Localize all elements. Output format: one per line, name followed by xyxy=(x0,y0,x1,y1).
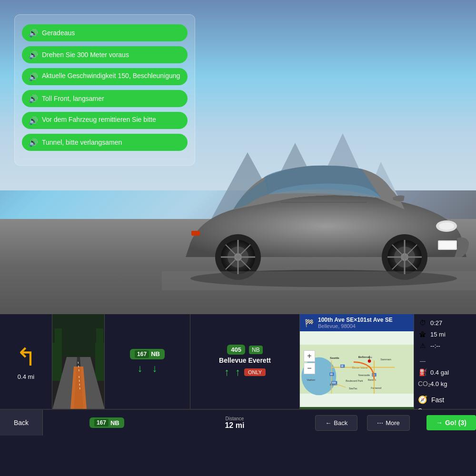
bottom-167-direction: NB xyxy=(110,419,119,426)
road-view-svg xyxy=(52,314,105,409)
highway-405-number: 405 xyxy=(227,345,245,355)
svg-text:509: 509 xyxy=(332,382,336,384)
map-zoom-plus[interactable]: + xyxy=(304,350,315,362)
svg-point-65 xyxy=(368,359,371,363)
nav-text-2: Drehen Sie 300 Meter voraus xyxy=(42,51,129,59)
sound-icon-5: 🔊 xyxy=(29,116,38,125)
map-address: 100th Ave SE×101st Ave SE Bellevue, 9800… xyxy=(318,317,393,329)
arrow-up-left: ↑ xyxy=(224,366,229,378)
svg-text:99: 99 xyxy=(330,373,333,376)
nav-top-row: ↱ 0.4 mi xyxy=(0,314,476,409)
only-badge: ONLY xyxy=(244,368,266,376)
route-167-panel[interactable]: 167 NB ↓ ↓ xyxy=(105,314,190,409)
map-address-line1: 100th Ave SE×101st Ave SE xyxy=(318,317,393,323)
trip-time: 0:27 xyxy=(430,319,442,327)
distance-value: 12 mi xyxy=(225,421,244,430)
bottom-more-btn[interactable]: ⋯ More xyxy=(367,415,410,431)
highway-167-badge: 167 NB xyxy=(130,349,165,359)
nav-back-button[interactable]: Back xyxy=(0,410,43,436)
svg-text:🏁: 🏁 xyxy=(370,357,372,359)
svg-rect-27 xyxy=(439,241,456,249)
svg-text:Newcastle: Newcastle xyxy=(358,374,370,377)
top-section: 🔊 Geradeaus 🔊 Drehen Sie 300 Meter vorau… xyxy=(0,0,476,314)
map-address-line2: Bellevue, 98004 xyxy=(318,323,393,329)
map-svg: Seattle Bellevue Sammam Mercer Island Ne… xyxy=(300,331,414,407)
warning-icon: ⚠ xyxy=(418,342,427,349)
nav-text-6: Tunnel, bitte verlangsamen xyxy=(42,139,122,146)
trip-co2-row: CO₂ 4.0 kg xyxy=(418,379,472,388)
bottom-167-section: 167 NB xyxy=(43,417,171,428)
map-content: Seattle Bellevue Sammam Mercer Island Ne… xyxy=(300,331,414,407)
map-zoom-minus[interactable]: − xyxy=(304,363,315,374)
co2-label: CO₂ xyxy=(418,380,427,387)
trip-fuel-row: — xyxy=(418,357,472,366)
trip-co2: 4.0 kg xyxy=(430,380,447,387)
turn-distance: 0.4 mi xyxy=(18,373,34,380)
route-405-direction: NB xyxy=(249,346,263,354)
distance-info: Distance 12 mi xyxy=(171,416,299,430)
more-dots-icon: ⋯ xyxy=(377,419,383,426)
trip-distance-row: 🛣 15 mi xyxy=(418,329,472,339)
route-405-header: 405 NB xyxy=(227,345,262,355)
trip-distance: 15 mi xyxy=(430,331,446,338)
fuel-icon: ⛽ xyxy=(418,368,427,376)
route-167-direction: NB xyxy=(151,350,160,357)
svg-text:Fairwood: Fairwood xyxy=(371,387,381,389)
trip-warning-row: ⚠ --:-- xyxy=(418,341,472,350)
nav-text-3: Aktuelle Geschwindigkeit 150, Beschleuni… xyxy=(42,72,180,79)
checkered-flag-icon: 🏁 xyxy=(305,318,314,327)
nav-overlay: 🔊 Geradeaus 🔊 Drehen Sie 300 Meter vorau… xyxy=(14,14,195,166)
route-167-arrows: ↓ ↓ xyxy=(138,362,158,375)
nav-bottom-bar: Back 167 NB Distance 12 mi ← Back ⋯ More xyxy=(0,409,476,436)
svg-rect-28 xyxy=(162,271,476,290)
go-btn-label: Go! (3) xyxy=(445,419,466,426)
svg-rect-9 xyxy=(191,231,200,236)
nav-text-4: Toll Front, langsamer xyxy=(42,95,104,102)
svg-point-8 xyxy=(439,222,454,230)
turn-arrow-icon: ↱ xyxy=(16,343,37,371)
bottom-nav: ↱ 0.4 mi xyxy=(0,314,476,476)
arrow-down-right: ↓ xyxy=(152,362,158,375)
svg-rect-31 xyxy=(55,328,62,357)
svg-text:SeaTac: SeaTac xyxy=(349,387,357,390)
svg-text:Bellevue: Bellevue xyxy=(358,356,370,358)
turn-panel: ↱ 0.4 mi xyxy=(0,314,52,409)
car-svg xyxy=(162,109,476,290)
svg-text:Vashon: Vashon xyxy=(307,378,316,381)
bottom-167-badge: 167 NB xyxy=(89,417,124,428)
clock-icon: ⏱ xyxy=(418,319,427,327)
road-icon: 🛣 xyxy=(418,330,427,338)
sound-icon-6: 🔊 xyxy=(29,138,38,147)
fuel-dash: — xyxy=(418,358,427,365)
svg-text:Seattle: Seattle xyxy=(330,357,339,359)
fast-car-row: 🧭 Fast xyxy=(418,395,472,404)
trip-fuel: 0.4 gal xyxy=(430,369,449,376)
road-perspective-view xyxy=(52,314,105,409)
city1: Bellevue xyxy=(219,357,247,364)
arrow-down-left: ↓ xyxy=(138,362,143,375)
sound-icon-3: 🔊 xyxy=(29,72,38,81)
trip-time-row: ⏱ 0:27 xyxy=(418,318,472,327)
bottom-back-btn[interactable]: ← Back xyxy=(315,415,357,431)
nav-item-5: 🔊 Vor dem Fahrzeug remittieren Sie bitte xyxy=(22,112,188,129)
map-panel[interactable]: 🏁 100th Ave SE×101st Ave SE Bellevue, 98… xyxy=(300,314,414,409)
distance-label: Distance xyxy=(225,416,244,421)
left-arrow-icon: ← xyxy=(325,419,331,426)
nav-text-1: Geradeaus xyxy=(42,29,75,37)
more-btn-label: More xyxy=(386,419,400,426)
svg-rect-33 xyxy=(96,328,103,357)
highway-167-number: 167 xyxy=(135,350,149,358)
trip-fuel-value-row: ⛽ 0.4 gal xyxy=(418,367,472,377)
go-button[interactable]: → Go! (3) xyxy=(426,415,476,430)
nav-item-6: 🔊 Tunnel, bitte verlangsamen xyxy=(22,134,188,151)
fast-label: Fast xyxy=(431,396,444,404)
nav-item-1: 🔊 Geradeaus xyxy=(22,24,188,41)
route-405-cities: Bellevue Everett xyxy=(219,357,271,364)
svg-text:Sammam: Sammam xyxy=(380,358,391,361)
arrow-up-right: ↑ xyxy=(235,366,240,378)
trip-warning: --:-- xyxy=(430,342,440,349)
svg-text:Boulevard Park: Boulevard Park xyxy=(346,379,363,382)
route-405-panel[interactable]: 405 NB Bellevue Everett ↑ ↑ ONLY xyxy=(190,314,300,409)
route-405-arrows: ↑ ↑ xyxy=(224,366,240,378)
bottom-center-buttons: ← Back ⋯ More xyxy=(298,415,426,431)
